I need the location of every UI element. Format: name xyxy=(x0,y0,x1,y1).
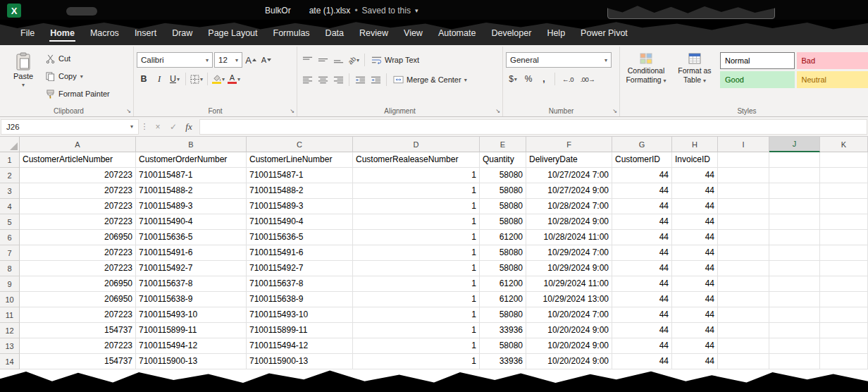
cell-F7[interactable]: 10/29/2024 7:00 xyxy=(526,245,612,261)
cell-H2[interactable]: 44 xyxy=(672,168,718,183)
row-header-9[interactable]: 9 xyxy=(0,276,20,292)
cell-E2[interactable]: 58080 xyxy=(480,168,526,183)
fill-color-button[interactable]: ▾ xyxy=(211,72,225,86)
number-dialog-launcher[interactable]: ↘ xyxy=(612,109,617,114)
cell-B10[interactable]: 7100115638-9 xyxy=(136,292,247,307)
column-header-B[interactable]: B xyxy=(136,137,247,152)
column-header-C[interactable]: C xyxy=(247,137,353,152)
cell-G2[interactable]: 44 xyxy=(612,168,672,183)
name-box[interactable]: J26 ▾ xyxy=(1,119,139,135)
cell-K14[interactable] xyxy=(820,354,868,369)
cell-G5[interactable]: 44 xyxy=(612,214,672,230)
cell-C10[interactable]: 7100115638-9 xyxy=(247,292,353,307)
cell-H6[interactable]: 44 xyxy=(672,230,718,245)
cell-I11[interactable] xyxy=(718,307,769,323)
cell-I2[interactable] xyxy=(718,168,769,183)
format-as-table-button[interactable]: Format as Table ▾ xyxy=(671,51,718,88)
menu-tab-help[interactable]: Help xyxy=(539,21,573,45)
cell-style-normal[interactable]: Normal xyxy=(720,52,795,69)
cell-F1[interactable]: DeliveryDate xyxy=(526,152,612,168)
top-align-button[interactable] xyxy=(300,53,314,67)
increase-font-size-button[interactable]: A xyxy=(244,53,258,67)
cell-J5[interactable] xyxy=(769,214,820,230)
cell-F13[interactable]: 10/20/2024 9:00 xyxy=(526,338,612,354)
menu-tab-review[interactable]: Review xyxy=(352,21,396,45)
cell-F2[interactable]: 10/27/2024 7:00 xyxy=(526,168,612,183)
cell-H12[interactable]: 44 xyxy=(672,323,718,338)
cell-J1[interactable] xyxy=(769,152,820,168)
cell-K9[interactable] xyxy=(820,276,868,292)
cell-K11[interactable] xyxy=(820,307,868,323)
cell-D10[interactable]: 1 xyxy=(353,292,480,307)
cell-K6[interactable] xyxy=(820,230,868,245)
cell-I8[interactable] xyxy=(718,261,769,276)
column-header-G[interactable]: G xyxy=(612,137,672,152)
cell-style-neutral[interactable]: Neutral xyxy=(797,71,868,88)
row-header-5[interactable]: 5 xyxy=(0,214,20,230)
cell-K4[interactable] xyxy=(820,199,868,214)
cell-B1[interactable]: CustomerOrderNumber xyxy=(136,152,247,168)
decrease-indent-button[interactable] xyxy=(353,73,367,87)
cell-I14[interactable] xyxy=(718,354,769,369)
cell-I5[interactable] xyxy=(718,214,769,230)
cell-K10[interactable] xyxy=(820,292,868,307)
menu-tab-macros[interactable]: Macros xyxy=(82,21,127,45)
menu-tab-file[interactable]: File xyxy=(13,21,42,45)
cell-H14[interactable]: 44 xyxy=(672,354,718,369)
column-header-J[interactable]: J xyxy=(769,137,820,152)
row-header-14[interactable]: 14 xyxy=(0,354,20,369)
menu-tab-developer[interactable]: Developer xyxy=(483,21,539,45)
cell-D5[interactable]: 1 xyxy=(353,214,480,230)
cell-D11[interactable]: 1 xyxy=(353,307,480,323)
cell-I12[interactable] xyxy=(718,323,769,338)
cell-A10[interactable]: 206950 xyxy=(20,292,136,307)
formula-input[interactable] xyxy=(199,119,867,135)
cell-J3[interactable] xyxy=(769,183,820,199)
cell-J12[interactable] xyxy=(769,323,820,338)
cell-A13[interactable]: 207223 xyxy=(20,338,136,354)
cell-I7[interactable] xyxy=(718,245,769,261)
row-header-3[interactable]: 3 xyxy=(0,183,20,199)
cell-B5[interactable]: 7100115490-4 xyxy=(136,214,247,230)
cell-A4[interactable]: 207223 xyxy=(20,199,136,214)
font-name-combo[interactable]: Calibri ▾ xyxy=(137,52,213,68)
format-painter-button[interactable]: Format Painter xyxy=(44,86,112,102)
column-header-H[interactable]: H xyxy=(672,137,718,152)
cell-A11[interactable]: 207223 xyxy=(20,307,136,323)
bottom-align-button[interactable] xyxy=(331,53,345,67)
cell-H1[interactable]: InvoiceID xyxy=(672,152,718,168)
cell-E1[interactable]: Quantity xyxy=(480,152,526,168)
cell-I9[interactable] xyxy=(718,276,769,292)
cell-B7[interactable]: 7100115491-6 xyxy=(136,245,247,261)
middle-align-button[interactable] xyxy=(316,53,330,67)
percent-style-button[interactable]: % xyxy=(521,72,535,86)
menu-tab-power-pivot[interactable]: Power Pivot xyxy=(573,21,636,45)
align-right-button[interactable] xyxy=(331,73,345,87)
cell-I3[interactable] xyxy=(718,183,769,199)
cell-K1[interactable] xyxy=(820,152,868,168)
insert-function-button[interactable]: fx xyxy=(181,119,197,135)
column-header-D[interactable]: D xyxy=(353,137,480,152)
cell-B3[interactable]: 7100115488-2 xyxy=(136,183,247,199)
cell-C11[interactable]: 7100115493-10 xyxy=(247,307,353,323)
cell-A3[interactable]: 207223 xyxy=(20,183,136,199)
cell-A14[interactable]: 154737 xyxy=(20,354,136,369)
cell-J6[interactable] xyxy=(769,230,820,245)
cell-G14[interactable]: 44 xyxy=(612,354,672,369)
cell-style-good[interactable]: Good xyxy=(720,71,795,88)
cell-F14[interactable]: 10/20/2024 9:00 xyxy=(526,354,612,369)
cell-H8[interactable]: 44 xyxy=(672,261,718,276)
font-color-button[interactable]: A ▾ xyxy=(227,72,241,86)
search-box[interactable] xyxy=(607,2,775,19)
cell-D9[interactable]: 1 xyxy=(353,276,480,292)
column-header-K[interactable]: K xyxy=(820,137,868,152)
cell-A1[interactable]: CustomerArticleNumber xyxy=(20,152,136,168)
column-header-A[interactable]: A xyxy=(20,137,136,152)
row-header-2[interactable]: 2 xyxy=(0,168,20,183)
row-header-13[interactable]: 13 xyxy=(0,338,20,354)
cell-J2[interactable] xyxy=(769,168,820,183)
enter-button[interactable]: ✓ xyxy=(166,119,181,135)
cell-E10[interactable]: 61200 xyxy=(480,292,526,307)
cell-H9[interactable]: 44 xyxy=(672,276,718,292)
cell-C9[interactable]: 7100115637-8 xyxy=(247,276,353,292)
